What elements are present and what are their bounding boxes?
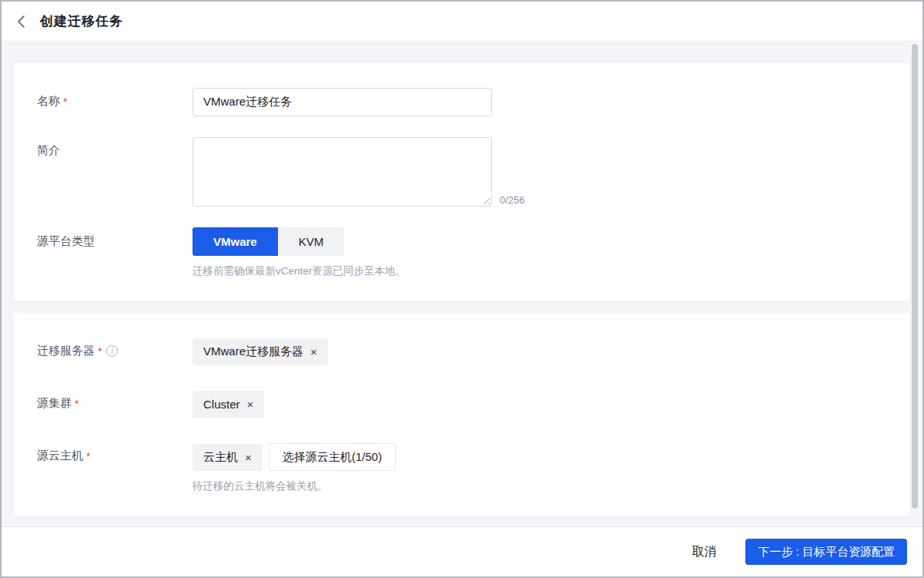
required-asterisk: * [98,345,102,358]
name-row: 名称* [37,88,887,116]
name-label-text: 名称 [37,94,60,109]
back-icon[interactable] [17,14,32,29]
page-title: 创建迁移任务 [40,12,123,30]
basic-info-card: 名称* 简介 0/256 [14,63,910,301]
info-icon[interactable]: i [106,345,118,357]
remove-tag-icon[interactable]: × [245,452,252,463]
vertical-scrollbar[interactable] [912,44,918,509]
migration-server-row: 迁移服务器* i VMware迁移服务器 × [37,338,887,365]
next-step-button[interactable]: 下一步 : 目标平台资源配置 [745,539,907,565]
remove-tag-icon[interactable]: × [310,346,317,358]
required-asterisk: * [86,450,90,462]
migration-server-tag-text: VMware迁移服务器 [203,344,303,359]
intro-label: 简介 [37,137,192,158]
source-cluster-label: 源集群* [37,391,192,411]
platform-hint: 迁移前需确保最新vCenter资源已同步至本地。 [192,264,887,278]
source-cluster-tag: Cluster × [192,391,264,418]
migration-server-label-text: 迁移服务器 [37,344,95,358]
char-counter: 0/256 [500,194,525,207]
cancel-button[interactable]: 取消 [691,544,716,560]
select-source-host-button[interactable]: 选择源云主机(1/50) [269,443,396,471]
migration-server-tag: VMware迁移服务器 × [192,338,328,365]
platform-option-kvm[interactable]: KVM [278,227,345,256]
source-host-tag: 云主机 × [192,444,263,471]
name-label: 名称* [37,88,192,109]
source-cluster-label-text: 源集群 [37,396,72,411]
required-asterisk: * [63,96,67,108]
platform-label: 源平台类型 [37,227,192,249]
migration-server-label: 迁移服务器* i [37,338,192,358]
platform-row: 源平台类型 VMware KVM 迁移前需确保最新vCenter资源已同步至本地… [37,227,887,278]
source-host-tag-text: 云主机 [203,450,238,465]
source-host-label-text: 源云主机 [37,449,83,463]
platform-option-vmware[interactable]: VMware [192,227,278,256]
task-name-input[interactable] [192,88,492,116]
source-host-row: 源云主机* 云主机 × 选择源云主机(1/50) 待迁移的云主机将会被关机。 [37,443,887,493]
source-config-card: 迁移服务器* i VMware迁移服务器 × 源集群* Cluster [14,314,910,516]
intro-label-text: 简介 [37,143,60,158]
content-area: 名称* 简介 0/256 [2,42,922,516]
platform-label-text: 源平台类型 [37,234,95,249]
platform-toggle-group: VMware KVM [192,227,887,256]
source-host-hint: 待迁移的云主机将会被关机。 [192,479,887,493]
source-host-label: 源云主机* [37,443,192,463]
source-cluster-tag-text: Cluster [203,398,240,411]
source-cluster-row: 源集群* Cluster × [37,391,887,418]
page-header: 创建迁移任务 [2,2,922,42]
required-asterisk: * [75,398,79,410]
footer-action-bar: 取消 下一步 : 目标平台资源配置 [2,526,922,576]
create-migration-task-page: 创建迁移任务 名称* 简介 [0,0,924,578]
remove-tag-icon[interactable]: × [247,398,254,410]
intro-row: 简介 0/256 [37,137,887,207]
intro-textarea[interactable] [192,137,492,207]
